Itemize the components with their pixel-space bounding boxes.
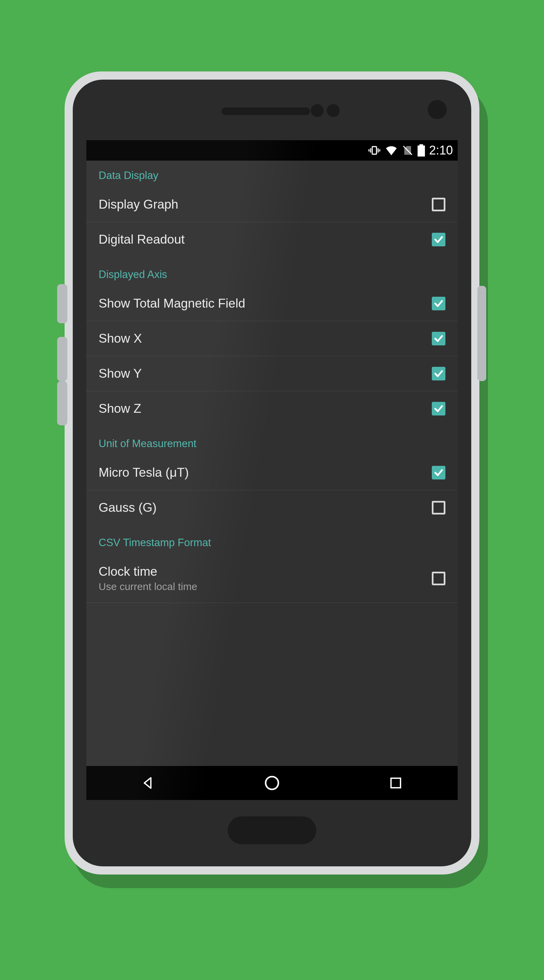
row-label: Show Y (98, 366, 425, 381)
row-label: Clock time (98, 565, 425, 579)
checkbox-display-graph[interactable] (432, 198, 446, 211)
vibrate-icon (368, 144, 381, 157)
row-digital-readout[interactable]: Digital Readout (86, 222, 458, 257)
svg-point-8 (266, 776, 278, 789)
row-show-y[interactable]: Show Y (86, 356, 458, 391)
checkbox-show-x[interactable] (432, 332, 446, 345)
svg-rect-7 (420, 144, 423, 146)
nav-back-button[interactable] (114, 775, 182, 791)
phone-camera-icon (428, 100, 447, 119)
section-header-data-display: Data Display (86, 161, 458, 187)
battery-icon (417, 144, 425, 156)
phone-frame: 2:10 Data Display Display Graph Digital … (65, 72, 479, 875)
row-micro-tesla[interactable]: Micro Tesla (μT) (86, 455, 458, 490)
row-label: Show X (98, 331, 425, 346)
row-clock-time[interactable]: Clock time Use current local time (86, 554, 458, 603)
phone-screen: 2:10 Data Display Display Graph Digital … (86, 140, 458, 800)
svg-rect-0 (372, 147, 377, 154)
row-subtitle: Use current local time (98, 581, 425, 592)
row-gauss[interactable]: Gauss (G) (86, 490, 458, 525)
phone-sensor-icon (327, 104, 339, 117)
row-show-total-magnetic-field[interactable]: Show Total Magnetic Field (86, 286, 458, 321)
checkbox-micro-tesla[interactable] (432, 466, 446, 479)
row-show-x[interactable]: Show X (86, 321, 458, 356)
row-show-z[interactable]: Show Z (86, 391, 458, 426)
navigation-bar (86, 766, 458, 800)
row-label: Display Graph (98, 197, 425, 212)
checkbox-gauss[interactable] (432, 501, 446, 514)
row-label: Micro Tesla (μT) (98, 466, 425, 480)
row-label: Gauss (G) (98, 501, 425, 515)
phone-volume-down-button (57, 381, 67, 425)
phone-volume-up-button (57, 337, 67, 381)
phone-bezel: 2:10 Data Display Display Graph Digital … (73, 80, 471, 866)
svg-rect-9 (391, 778, 401, 788)
row-label: Show Z (98, 401, 425, 416)
nav-home-button[interactable] (238, 775, 306, 791)
section-header-displayed-axis: Displayed Axis (86, 257, 458, 286)
section-header-unit: Unit of Measurement (86, 426, 458, 455)
phone-side-button (477, 286, 486, 381)
status-bar: 2:10 (86, 140, 458, 161)
checkbox-digital-readout[interactable] (432, 233, 446, 247)
checkbox-show-y[interactable] (432, 367, 446, 380)
no-sim-icon (402, 145, 414, 156)
row-display-graph[interactable]: Display Graph (86, 187, 458, 222)
row-label: Digital Readout (98, 232, 425, 247)
checkbox-clock-time[interactable] (432, 572, 446, 585)
settings-list[interactable]: Data Display Display Graph Digital Reado… (86, 161, 458, 766)
row-label: Show Total Magnetic Field (98, 296, 425, 311)
status-time: 2:10 (429, 143, 453, 158)
checkbox-show-z[interactable] (432, 402, 446, 415)
checkbox-show-total[interactable] (432, 297, 446, 310)
phone-speaker (222, 108, 310, 115)
wifi-icon (385, 144, 398, 157)
nav-recent-button[interactable] (362, 776, 430, 790)
svg-rect-6 (417, 146, 425, 156)
section-header-csv-timestamp: CSV Timestamp Format (86, 525, 458, 554)
phone-power-button (57, 284, 67, 323)
phone-home-button (228, 816, 316, 844)
phone-sensor-icon (311, 104, 324, 117)
